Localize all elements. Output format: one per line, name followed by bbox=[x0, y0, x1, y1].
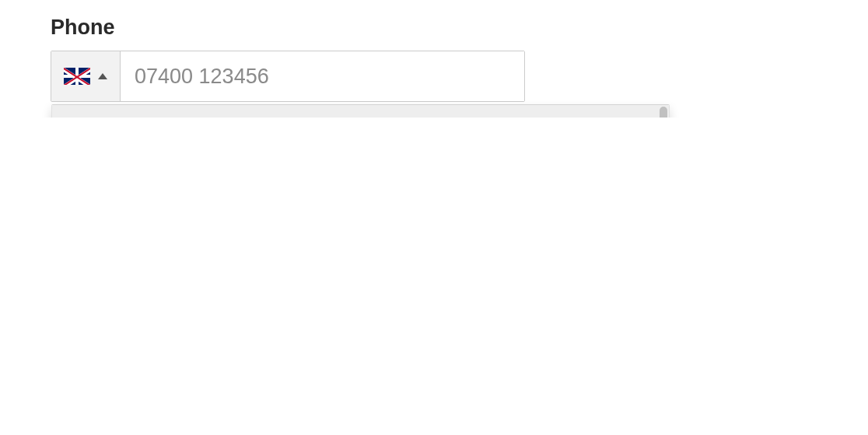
flag-icon-selected bbox=[64, 68, 90, 85]
dropdown-scrollbar[interactable] bbox=[660, 107, 667, 118]
country-dropdown: United States +1 United Kingdom +44 bbox=[51, 104, 670, 118]
country-selector-button[interactable] bbox=[51, 51, 121, 101]
phone-field: Phone United States +1 bbox=[51, 16, 817, 102]
country-item-us[interactable]: United States +1 bbox=[52, 105, 669, 118]
phone-label: Phone bbox=[51, 16, 817, 40]
phone-input-wrapper: United States +1 United Kingdom +44 bbox=[51, 51, 525, 102]
chevron-up-icon bbox=[98, 73, 107, 79]
phone-input[interactable] bbox=[121, 51, 524, 101]
